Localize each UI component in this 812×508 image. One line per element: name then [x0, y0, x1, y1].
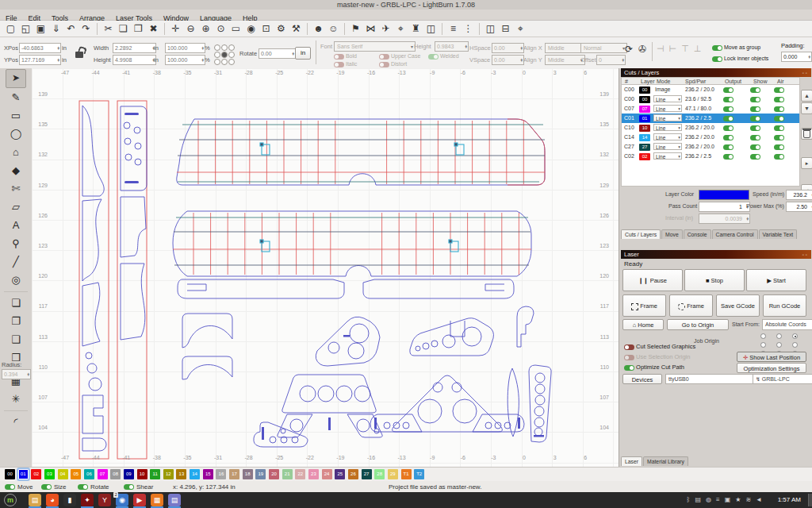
pan-icon[interactable]: ✛: [169, 22, 182, 36]
taskbar-app-lightburn[interactable]: ✦: [81, 494, 94, 506]
layer-show-toggle[interactable]: [750, 154, 760, 160]
tool-draw-lines[interactable]: ✎: [6, 89, 25, 106]
tab-laser[interactable]: Laser: [621, 456, 642, 466]
palette-color-14[interactable]: 14: [190, 469, 200, 479]
home-button[interactable]: ⌂ Home: [622, 319, 664, 330]
layer-mode-select[interactable]: Line: [653, 114, 682, 121]
tool-snip[interactable]: ✄: [6, 180, 25, 198]
save-file-icon[interactable]: ▣: [34, 22, 48, 36]
machine-settings-icon[interactable]: ⚒: [289, 22, 303, 36]
palette-color-03[interactable]: 03: [44, 469, 55, 479]
layer-show-toggle[interactable]: [750, 97, 760, 102]
rotate-field[interactable]: 0.00: [259, 48, 296, 59]
palette-color-T2[interactable]: T2: [414, 469, 424, 479]
palette-color-18[interactable]: 18: [243, 469, 253, 479]
optimization-settings-button[interactable]: Optimization Settings: [737, 363, 806, 373]
palette-color-01[interactable]: 01: [18, 469, 29, 479]
tool-measure[interactable]: ╱: [6, 253, 25, 271]
palette-color-09[interactable]: 09: [124, 469, 134, 479]
pause-button[interactable]: ❙❙ Pause: [622, 269, 683, 291]
design-canvas[interactable]: -47-44-41-38-35-31-28-25-22-19-16-13-9-6…: [32, 68, 619, 467]
palette-color-15[interactable]: 15: [203, 469, 213, 479]
power-max-field[interactable]: 2.50: [786, 202, 812, 212]
job-origin-radio[interactable]: [792, 333, 798, 339]
lock-ratio-icon[interactable]: [75, 52, 83, 58]
bold-toggle[interactable]: Bold: [334, 53, 357, 60]
redo-icon[interactable]: ↷: [79, 22, 93, 36]
delete-icon[interactable]: ✖: [147, 22, 160, 36]
tool-polygon[interactable]: ⌂: [6, 144, 25, 161]
move-crosshair-icon[interactable]: ⌖: [514, 22, 527, 36]
status-toggle-size[interactable]: Size: [41, 483, 67, 491]
palette-color-21[interactable]: 21: [282, 469, 293, 479]
palette-color-02[interactable]: 02: [31, 469, 41, 479]
focus-icon[interactable]: ⌖: [394, 22, 408, 36]
zoom-out-icon[interactable]: ⊖: [184, 22, 197, 36]
layer-delete-button[interactable]: [801, 128, 812, 140]
align-horizontal-icon[interactable]: ≡: [446, 22, 460, 36]
taskbar-app-wine-app[interactable]: Y: [98, 494, 111, 506]
tab-console[interactable]: Console: [684, 229, 711, 239]
tool-boolean-subtract[interactable]: ❐: [6, 313, 25, 330]
tool-edit-nodes[interactable]: ▱: [6, 198, 25, 216]
pass-count-field[interactable]: 1: [699, 202, 750, 212]
distort-toggle[interactable]: Distort: [379, 61, 407, 67]
save-gcode-button[interactable]: Save GCode: [716, 294, 760, 317]
palette-color-10[interactable]: 10: [137, 469, 147, 479]
show-desktop-button[interactable]: [808, 494, 812, 506]
text-style-select[interactable]: Normal: [580, 43, 627, 53]
layer-air-toggle[interactable]: [774, 154, 784, 160]
layer-color-chip[interactable]: 00: [639, 87, 650, 94]
panel-dock-icons[interactable]: ▫▫: [802, 251, 809, 260]
layer-output-toggle[interactable]: [723, 106, 733, 112]
distribute-spacing-icon[interactable]: ⊟: [499, 22, 512, 36]
layer-mode-select[interactable]: Line: [653, 143, 682, 150]
layer-mode-select[interactable]: Line: [653, 95, 682, 102]
layer-air-toggle[interactable]: [774, 87, 784, 93]
layer-air-toggle[interactable]: [774, 97, 784, 102]
layer-mode-select[interactable]: Line: [653, 152, 682, 160]
job-origin-radio[interactable]: [792, 342, 798, 348]
height-percent-field[interactable]: 100.000: [165, 55, 205, 65]
panel-expand-button[interactable]: ▸: [801, 157, 812, 169]
layer-color-chip[interactable]: 07: [639, 106, 650, 113]
weld-icon[interactable]: ⚑: [349, 22, 362, 36]
dock-window-icon[interactable]: ◫: [424, 22, 438, 36]
palette-color-16[interactable]: 16: [216, 469, 226, 479]
port-select[interactable]: ttyUSB0: [665, 374, 761, 384]
optimize-cut-path-toggle[interactable]: Optimize Cut Path: [624, 364, 684, 371]
layer-color-chip[interactable]: 10: [639, 125, 650, 132]
tool-select[interactable]: ➤: [6, 69, 26, 88]
open-file-icon[interactable]: ◱: [19, 22, 33, 36]
panel-dock-icons[interactable]: ▫▫: [802, 69, 809, 78]
palette-color-25[interactable]: 25: [335, 469, 345, 479]
zoom-to-page-icon[interactable]: ⊙: [214, 22, 228, 36]
camera-capture-icon[interactable]: ◉: [244, 22, 258, 36]
volume-icon[interactable]: ◄: [756, 492, 762, 508]
stop-button[interactable]: ■ Stop: [684, 269, 745, 291]
cut-icon[interactable]: ✂: [102, 22, 115, 36]
palette-color-19[interactable]: 19: [255, 469, 266, 479]
palette-color-05[interactable]: 05: [71, 469, 81, 479]
taskbar-app-video-app[interactable]: ▶: [133, 494, 146, 506]
units-button[interactable]: in: [295, 47, 311, 60]
user-icon[interactable]: ☺: [327, 22, 340, 36]
anchor-grid[interactable]: [214, 44, 235, 65]
lock-inner-toggle[interactable]: Lock inner objects: [712, 56, 768, 62]
vspace-field[interactable]: 0.00: [492, 55, 524, 65]
job-origin-radio[interactable]: [760, 342, 766, 348]
layer-move-up-button[interactable]: ▲: [801, 90, 812, 102]
layer-output-toggle[interactable]: [723, 87, 733, 93]
width-percent-field[interactable]: 100.000: [165, 43, 205, 53]
paste-icon[interactable]: ❐: [132, 22, 145, 36]
layer-air-toggle[interactable]: [774, 125, 784, 131]
layer-mode-select[interactable]: Line: [653, 133, 682, 140]
mirror-icon[interactable]: ⋈: [364, 22, 377, 36]
palette-color-07[interactable]: 07: [98, 469, 108, 479]
palette-color-28[interactable]: 28: [374, 469, 385, 479]
cut-selected-toggle[interactable]: Cut Selected Graphics: [624, 343, 695, 350]
layer-output-toggle[interactable]: [723, 97, 733, 102]
padding-field[interactable]: 0.000: [781, 52, 812, 62]
taskbar-app-media-player[interactable]: ◕: [46, 494, 59, 506]
alignx-select[interactable]: Middle: [545, 43, 585, 53]
